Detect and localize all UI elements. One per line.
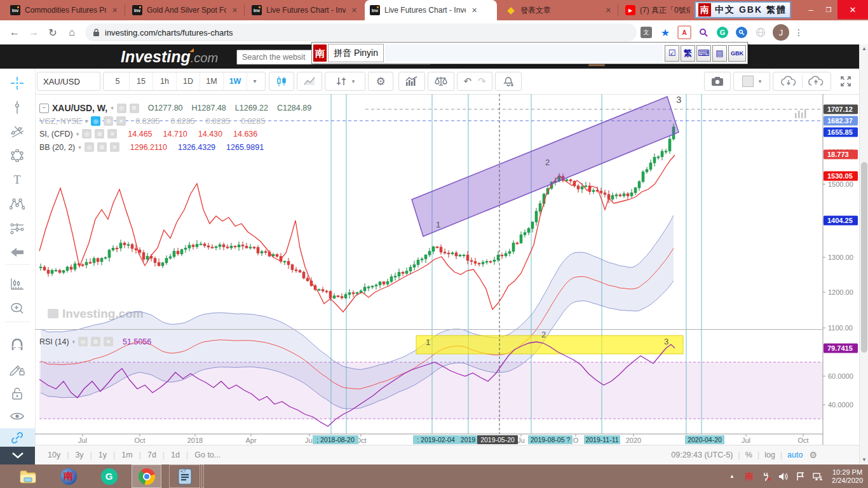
shapes-tool-icon[interactable]: [9, 147, 25, 164]
fullscreen-button[interactable]: [834, 72, 858, 91]
cloud-download-icon[interactable]: [780, 76, 797, 87]
window-restore-button[interactable]: ❐: [820, 0, 837, 19]
file-explorer-icon[interactable]: [19, 468, 36, 485]
legend-dropdown-icon[interactable]: ▾: [111, 105, 114, 111]
scroll-down-icon[interactable]: ▼: [860, 456, 868, 464]
text-tool-icon[interactable]: T: [9, 172, 25, 188]
timeframe-1m[interactable]: 1M: [200, 72, 224, 90]
search-extension-icon[interactable]: [694, 28, 713, 37]
bookmark-star-icon[interactable]: ★: [656, 27, 675, 39]
create-alert-button[interactable]: [495, 72, 522, 91]
browser-tab-1[interactable]: Inv Commodities Futures Pri ✕: [5, 0, 123, 20]
collapse-pane-icon[interactable]: −: [39, 104, 49, 113]
ime-gbk-button[interactable]: GBK: [728, 45, 746, 62]
legend-dropdown-icon[interactable]: ▾: [85, 118, 88, 125]
timeframe-5[interactable]: 5: [106, 72, 130, 90]
visibility-eye-icon[interactable]: ◎: [82, 129, 92, 139]
openoffice-app-icon[interactable]: [176, 468, 193, 485]
settings-gear-icon[interactable]: ⚙: [95, 129, 104, 139]
remove-icon[interactable]: ✕: [107, 129, 117, 139]
legend-dropdown-icon[interactable]: ▾: [76, 131, 79, 137]
sidebar-collapse-chevron[interactable]: [0, 447, 35, 464]
browser-tab-active[interactable]: Inv Live Futures Chart - Inves ✕: [365, 0, 497, 20]
window-minimize-button[interactable]: –: [802, 0, 820, 19]
browser-menu-icon[interactable]: ⋮: [789, 27, 808, 37]
reload-icon[interactable]: ↻: [43, 27, 62, 39]
back-icon[interactable]: ←: [5, 27, 24, 38]
timeframe-1h[interactable]: 1h: [153, 72, 177, 90]
tab-close-icon[interactable]: ✕: [112, 6, 118, 15]
range-1d[interactable]: 1d: [167, 451, 184, 459]
investing-logo[interactable]: Investing.com: [121, 48, 218, 66]
range-7d[interactable]: 7d: [144, 451, 160, 459]
lock-drawings-icon[interactable]: [9, 385, 25, 402]
legend-symbol[interactable]: BB (20, 2): [39, 143, 75, 152]
tab-close-icon[interactable]: ✕: [606, 6, 611, 15]
njstar-app-icon[interactable]: 南: [60, 468, 77, 485]
browser-tab-5[interactable]: ◆ 發表文章 ✕: [501, 0, 616, 20]
browser-profile-avatar[interactable]: J: [773, 24, 789, 41]
drawing-mode-lock-icon[interactable]: [9, 361, 25, 377]
compare-symbol-button[interactable]: ▾: [325, 72, 365, 91]
page-scrollbar[interactable]: ▲ ▼: [859, 44, 868, 464]
settings-gear-icon[interactable]: ⚙: [130, 104, 139, 113]
hide-drawings-eye-icon[interactable]: [9, 408, 25, 424]
timeframe-dropdown-icon[interactable]: ▾: [247, 72, 262, 90]
forward-icon[interactable]: →: [24, 27, 43, 38]
vertical-line-tool-icon[interactable]: [9, 99, 25, 116]
remove-icon[interactable]: ✕: [116, 116, 126, 126]
crosshair-tool-icon[interactable]: [9, 75, 25, 92]
visibility-eye-icon[interactable]: ◎: [78, 337, 88, 346]
legend-symbol[interactable]: VGZ, NYSE: [39, 117, 82, 126]
translate-extension-icon[interactable]: 文: [637, 27, 656, 38]
settings-gear-icon[interactable]: ⚙: [97, 142, 107, 152]
browser-tab-6[interactable]: ▶ (7) 真正「0號病: [620, 0, 695, 20]
color-dropdown-icon[interactable]: ▾: [759, 78, 762, 85]
grammarly-extension-icon[interactable]: G: [713, 27, 732, 38]
tray-volume-icon[interactable]: [778, 472, 789, 481]
trend-lines-tool-icon[interactable]: [9, 123, 25, 140]
tab-close-icon[interactable]: ✕: [471, 6, 477, 15]
tab-close-icon[interactable]: ✕: [232, 6, 238, 15]
remove-icon[interactable]: ✕: [104, 337, 113, 346]
ime-keyboard-button[interactable]: ⌨: [696, 45, 711, 62]
visibility-eye-icon[interactable]: ◎: [91, 116, 100, 126]
range-10y[interactable]: 10y: [44, 451, 64, 459]
ime-candidate-bar[interactable]: 南 拼音 Pinyin ☑ 繁 ⌨ ▤ GBK: [311, 42, 748, 64]
background-color-button[interactable]: ▾: [733, 72, 770, 91]
legend-dropdown-icon[interactable]: ▾: [78, 144, 81, 151]
axis-settings-gear-icon[interactable]: ⚙: [809, 450, 817, 460]
goto-date-button[interactable]: Go to...: [191, 451, 224, 459]
xabcd-pattern-tool-icon[interactable]: [9, 196, 25, 212]
auto-scale-button[interactable]: auto: [787, 451, 803, 459]
magnet-tool-icon[interactable]: [9, 337, 25, 353]
browser-tab-3[interactable]: Inv Live Futures Chart - Inve ✕: [247, 0, 362, 20]
globe-extension-icon[interactable]: [751, 27, 770, 37]
adobe-pdf-extension-icon[interactable]: A: [675, 25, 694, 39]
tray-expand-icon[interactable]: ▲: [726, 473, 738, 479]
url-bar[interactable]: investing.com/charts/futures-charts: [85, 24, 637, 41]
cloud-upload-icon[interactable]: [808, 76, 824, 87]
tray-ime-icon[interactable]: 南: [743, 471, 755, 482]
home-icon[interactable]: ⌂: [62, 27, 81, 38]
settings-gear-icon[interactable]: ⚙: [104, 116, 113, 126]
legend-dropdown-icon[interactable]: ▾: [72, 339, 76, 345]
tray-power-icon[interactable]: [761, 471, 772, 482]
forecast-tool-icon[interactable]: [9, 220, 25, 236]
timeframe-1d[interactable]: 1D: [177, 72, 200, 90]
tray-network-icon[interactable]: [812, 472, 824, 481]
line-chart-type-button[interactable]: [297, 72, 322, 91]
scrollbar-thumb[interactable]: [861, 162, 867, 353]
range-3y[interactable]: 3y: [71, 451, 87, 459]
link-tool-icon[interactable]: [9, 430, 25, 446]
indicators-button[interactable]: [398, 72, 425, 91]
tray-clock[interactable]: 10:29 PM 2/24/2020: [829, 468, 863, 485]
redo-icon[interactable]: ↷: [478, 76, 486, 87]
visibility-eye-icon[interactable]: ◎: [117, 104, 126, 113]
legend-symbol[interactable]: SI, (CFD): [39, 130, 73, 139]
range-1m[interactable]: 1m: [118, 451, 136, 459]
search-circle-extension-icon[interactable]: [732, 27, 751, 38]
openoffice-stacked-window[interactable]: [201, 464, 204, 488]
measure-tool-icon[interactable]: [9, 276, 25, 292]
tray-action-center-icon[interactable]: [795, 472, 806, 481]
